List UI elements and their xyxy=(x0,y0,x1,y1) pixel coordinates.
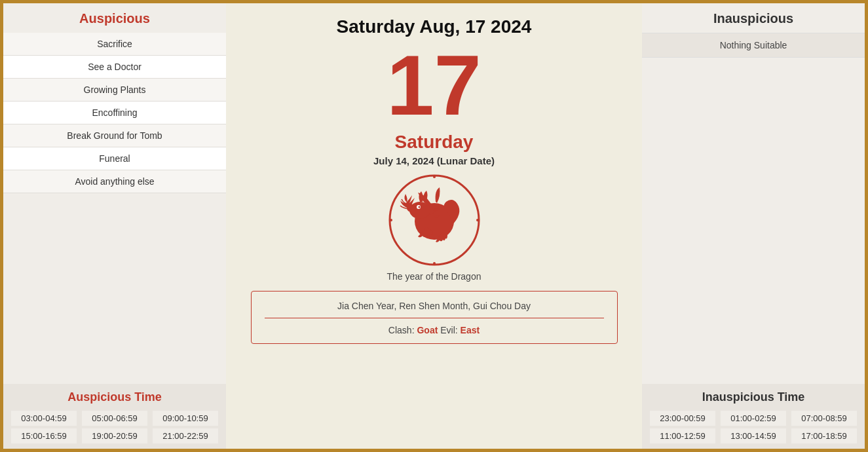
center-date-title: Saturday Aug, 17 2024 xyxy=(337,16,532,37)
svg-point-9 xyxy=(476,219,479,221)
inauspicious-list-item: Nothing Suitable xyxy=(642,33,865,58)
auspicious-time-title: Auspicious Time xyxy=(9,390,221,404)
auspicious-time-slot: 03:00-04:59 xyxy=(11,411,77,426)
auspicious-list-item: Encoffining xyxy=(3,102,226,124)
auspicious-list: SacrificeSee a DoctorGrowing PlantsEncof… xyxy=(3,33,226,384)
inauspicious-title: Inauspicious xyxy=(647,11,859,26)
svg-point-5 xyxy=(418,206,420,208)
inauspicious-time-slot: 17:00-18:59 xyxy=(791,428,857,443)
inauspicious-time-slot: 01:00-02:59 xyxy=(721,411,786,426)
auspicious-list-item: Growing Plants xyxy=(3,79,226,102)
auspicious-time-slot: 09:00-10:59 xyxy=(153,411,218,426)
inauspicious-header: Inauspicious xyxy=(642,3,865,33)
right-panel: Inauspicious Nothing Suitable Inauspicio… xyxy=(642,3,865,449)
auspicious-list-item: Break Ground for Tomb xyxy=(3,124,226,147)
clash-animal: Goat xyxy=(417,325,438,335)
auspicious-list-item: Sacrifice xyxy=(3,33,226,56)
auspicious-time-grid: 03:00-04:5905:00-06:5909:00-10:5915:00-1… xyxy=(9,411,221,443)
inauspicious-time-section: Inauspicious Time 23:00-00:5901:00-02:59… xyxy=(642,384,865,449)
center-day-number: 17 xyxy=(387,43,481,128)
svg-point-7 xyxy=(433,262,436,265)
center-day-name: Saturday xyxy=(395,132,474,153)
svg-point-8 xyxy=(390,219,392,221)
svg-point-6 xyxy=(433,176,436,178)
dragon-icon xyxy=(388,174,480,266)
auspicious-title: Auspicious xyxy=(9,11,221,26)
auspicious-time-slot: 05:00-06:59 xyxy=(82,411,147,426)
auspicious-list-item: See a Doctor xyxy=(3,56,226,79)
evil-direction: East xyxy=(461,325,480,335)
inauspicious-time-grid: 23:00-00:5901:00-02:5907:00-08:5911:00-1… xyxy=(647,411,859,443)
auspicious-header: Auspicious xyxy=(3,3,226,33)
year-label: The year of the Dragon xyxy=(387,271,481,282)
clash-label: Clash: xyxy=(388,325,415,335)
center-panel: Saturday Aug, 17 2024 17 Saturday July 1… xyxy=(226,3,642,449)
auspicious-list-item: Avoid anything else xyxy=(3,170,226,193)
center-ganzhi: Jia Chen Year, Ren Shen Month, Gui Chou … xyxy=(265,301,604,318)
inauspicious-time-slot: 13:00-14:59 xyxy=(721,428,786,443)
center-lunar-date: July 14, 2024 (Lunar Date) xyxy=(373,155,495,166)
auspicious-time-slot: 15:00-16:59 xyxy=(11,428,77,443)
inauspicious-time-slot: 23:00-00:59 xyxy=(650,411,715,426)
left-panel: Auspicious SacrificeSee a DoctorGrowing … xyxy=(3,3,226,449)
inauspicious-time-slot: 07:00-08:59 xyxy=(791,411,857,426)
lunar-date-label: (Lunar Date) xyxy=(437,155,495,166)
center-info-box: Jia Chen Year, Ren Shen Month, Gui Chou … xyxy=(251,291,618,344)
center-clash: Clash: Goat Evil: East xyxy=(265,325,604,335)
auspicious-time-slot: 21:00-22:59 xyxy=(153,428,218,443)
inauspicious-time-title: Inauspicious Time xyxy=(647,390,859,404)
auspicious-time-section: Auspicious Time 03:00-04:5905:00-06:5909… xyxy=(3,384,226,449)
lunar-date-value: July 14, 2024 xyxy=(373,155,434,166)
auspicious-time-slot: 19:00-20:59 xyxy=(82,428,147,443)
auspicious-list-item: Funeral xyxy=(3,147,226,170)
evil-label: Evil: xyxy=(440,325,457,335)
inauspicious-time-slot: 11:00-12:59 xyxy=(650,428,715,443)
inauspicious-list: Nothing Suitable xyxy=(642,33,865,384)
